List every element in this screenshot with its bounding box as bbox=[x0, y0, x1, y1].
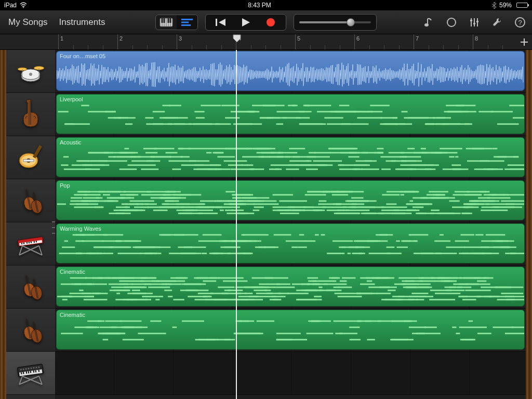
svg-rect-643 bbox=[486, 234, 506, 236]
svg-rect-810 bbox=[152, 281, 176, 282]
wood-edge-left bbox=[0, 50, 6, 399]
timeline-ruler[interactable]: 12345678 bbox=[55, 34, 516, 49]
ruler-bar-label: 3 bbox=[179, 35, 182, 42]
track-header-synth[interactable] bbox=[6, 352, 55, 395]
svg-rect-613 bbox=[298, 247, 307, 248]
track-lane[interactable]: Four on…mset 05 bbox=[55, 50, 526, 93]
track-header-strings[interactable] bbox=[6, 179, 55, 222]
svg-rect-299 bbox=[63, 156, 69, 158]
help-icon: ? bbox=[514, 17, 526, 28]
svg-rect-791 bbox=[131, 287, 145, 288]
track-lane[interactable] bbox=[55, 352, 526, 395]
midi-region[interactable]: Warming Waves bbox=[56, 223, 525, 263]
svg-rect-684 bbox=[388, 290, 395, 291]
svg-rect-950 bbox=[512, 327, 524, 328]
svg-rect-636 bbox=[352, 252, 365, 254]
midi-region[interactable]: Pop bbox=[56, 180, 525, 220]
midi-region[interactable]: Cinematic bbox=[56, 310, 525, 350]
master-volume-slider[interactable] bbox=[294, 14, 377, 31]
svg-rect-396 bbox=[452, 206, 469, 208]
track-lane[interactable]: Cinematic bbox=[55, 265, 526, 309]
track-header-strings[interactable] bbox=[6, 309, 55, 352]
rewind-button[interactable] bbox=[213, 16, 229, 29]
svg-rect-871 bbox=[61, 284, 81, 285]
audio-region[interactable]: Four on…mset 05 bbox=[56, 51, 525, 91]
track-header-keyboard[interactable] bbox=[6, 222, 55, 265]
ruler-tick bbox=[206, 45, 207, 49]
svg-rect-656 bbox=[274, 234, 291, 236]
ruler-bar: 7 bbox=[414, 34, 414, 49]
svg-rect-485 bbox=[99, 201, 118, 202]
wood-edge-right bbox=[526, 50, 532, 399]
piano-view-button[interactable] bbox=[156, 15, 177, 30]
play-button[interactable] bbox=[238, 16, 254, 29]
track-lanes[interactable]: Four on…mset 05LiverpoolAcousticPopWarmi… bbox=[55, 50, 526, 399]
track-resize-grip[interactable] bbox=[52, 221, 55, 234]
svg-rect-112 bbox=[462, 111, 476, 113]
settings-button[interactable] bbox=[490, 16, 504, 29]
svg-rect-524 bbox=[406, 209, 416, 211]
midi-region[interactable]: Liverpool bbox=[56, 94, 525, 134]
svg-rect-436 bbox=[462, 212, 472, 214]
volume-knob[interactable] bbox=[347, 18, 355, 26]
midi-region[interactable]: Acoustic bbox=[56, 137, 525, 177]
svg-rect-824 bbox=[307, 277, 318, 279]
svg-rect-932 bbox=[378, 321, 381, 322]
svg-rect-618 bbox=[243, 252, 252, 254]
loop-button[interactable] bbox=[445, 16, 458, 29]
svg-rect-561 bbox=[229, 204, 255, 205]
track-lane[interactable]: Acoustic bbox=[55, 136, 526, 179]
instruments-button[interactable]: Instruments bbox=[56, 15, 109, 30]
track-header-guitar[interactable] bbox=[6, 136, 55, 179]
svg-rect-520 bbox=[351, 197, 363, 199]
svg-rect-945 bbox=[236, 321, 242, 322]
svg-rect-179 bbox=[324, 117, 343, 119]
svg-marker-16 bbox=[219, 19, 225, 26]
track-header-drums[interactable] bbox=[6, 50, 55, 93]
midi-region[interactable]: Cinematic bbox=[56, 267, 525, 307]
svg-rect-517 bbox=[337, 209, 344, 211]
svg-rect-437 bbox=[148, 206, 174, 208]
svg-rect-816 bbox=[287, 292, 309, 294]
track-header-strings[interactable] bbox=[6, 265, 55, 309]
svg-rect-321 bbox=[349, 152, 360, 154]
svg-rect-539 bbox=[387, 191, 415, 193]
record-button[interactable] bbox=[263, 16, 278, 29]
svg-rect-798 bbox=[223, 281, 247, 282]
svg-rect-553 bbox=[110, 197, 134, 199]
track-lane[interactable]: Pop bbox=[55, 179, 526, 222]
svg-rect-148 bbox=[146, 123, 163, 125]
svg-rect-742 bbox=[218, 287, 234, 288]
svg-rect-162 bbox=[491, 111, 513, 113]
svg-rect-289 bbox=[286, 168, 299, 170]
track-lane[interactable]: Cinematic bbox=[55, 309, 526, 352]
add-track-button[interactable] bbox=[516, 34, 532, 49]
my-songs-button[interactable]: My Songs bbox=[5, 15, 51, 30]
svg-rect-937 bbox=[74, 327, 99, 328]
svg-rect-56 bbox=[34, 241, 35, 243]
tracks-view-button[interactable] bbox=[177, 15, 197, 30]
svg-rect-262 bbox=[61, 164, 68, 166]
svg-rect-137 bbox=[299, 123, 323, 125]
svg-rect-486 bbox=[494, 206, 523, 208]
svg-rect-890 bbox=[103, 339, 108, 340]
mixer-button[interactable] bbox=[468, 16, 481, 29]
track-lane[interactable]: Liverpool bbox=[55, 93, 526, 136]
svg-rect-552 bbox=[319, 201, 327, 202]
svg-rect-229 bbox=[313, 161, 342, 162]
svg-rect-324 bbox=[314, 152, 331, 154]
svg-rect-301 bbox=[189, 161, 209, 162]
svg-rect-145 bbox=[339, 105, 349, 107]
help-button[interactable]: ? bbox=[513, 16, 527, 29]
note-editor-button[interactable] bbox=[422, 16, 435, 29]
region-label: Warming Waves bbox=[60, 225, 101, 232]
svg-rect-13 bbox=[181, 21, 189, 23]
svg-rect-468 bbox=[74, 206, 102, 208]
svg-rect-522 bbox=[305, 194, 326, 196]
svg-rect-533 bbox=[354, 212, 359, 214]
track-lane[interactable]: Warming Waves bbox=[55, 222, 526, 265]
track-header-bass[interactable] bbox=[6, 93, 55, 136]
svg-rect-296 bbox=[401, 164, 427, 166]
svg-rect-255 bbox=[88, 152, 109, 154]
svg-rect-319 bbox=[215, 168, 230, 170]
